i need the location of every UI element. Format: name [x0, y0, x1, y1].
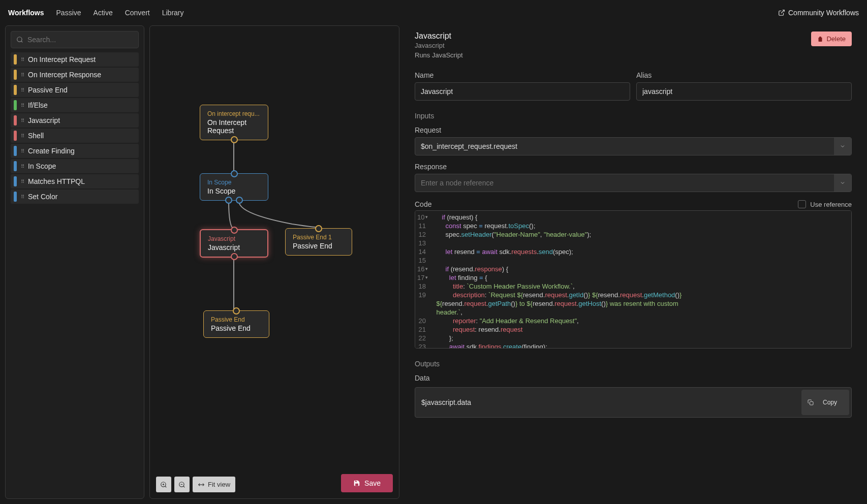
tab-library[interactable]: Library	[162, 6, 184, 20]
name-label: Name	[415, 71, 630, 79]
palette-item[interactable]: ⠿Matches HTTPQL	[11, 174, 139, 188]
copy-icon	[808, 399, 814, 405]
use-reference-checkbox[interactable]: Use reference	[798, 200, 852, 208]
response-label: Response	[415, 163, 852, 171]
palette-item[interactable]: ⠿Create Finding	[11, 144, 139, 158]
grip-icon: ⠿	[21, 164, 24, 169]
output-port-true[interactable]	[225, 197, 232, 204]
tab-convert[interactable]: Convert	[125, 6, 150, 20]
request-input[interactable]	[415, 138, 834, 155]
node-javascript[interactable]: Javascript Javascript	[200, 229, 268, 258]
top-tabs: WorkflowsPassiveActiveConvertLibrary	[8, 6, 184, 20]
grip-icon: ⠿	[21, 118, 24, 123]
input-port[interactable]	[233, 307, 240, 314]
detail-title: Javascript	[415, 32, 463, 41]
zoom-in-button[interactable]	[156, 477, 171, 492]
code-editor[interactable]: 10▾11 12 13 14 15 16▾17▾18 19 20 21 22 2…	[415, 210, 852, 349]
zoom-out-button[interactable]	[174, 477, 190, 492]
checkbox-box[interactable]	[798, 200, 806, 208]
grip-icon: ⠿	[21, 179, 24, 184]
response-dropdown[interactable]	[415, 174, 852, 192]
svg-point-1	[17, 37, 22, 42]
search-box[interactable]	[11, 31, 139, 48]
palette-item[interactable]: ⠿On Intercept Request	[11, 52, 139, 67]
trash-icon	[817, 36, 823, 42]
tab-active[interactable]: Active	[94, 6, 113, 20]
fit-view-button[interactable]: Fit view	[193, 477, 235, 492]
input-port[interactable]	[231, 227, 238, 234]
svg-rect-11	[810, 402, 813, 405]
palette-item[interactable]: ⠿In Scope	[11, 159, 139, 173]
copy-button[interactable]: Copy	[801, 390, 849, 415]
grip-icon: ⠿	[21, 57, 24, 62]
search-icon	[16, 36, 23, 43]
input-port[interactable]	[315, 225, 322, 232]
svg-line-8	[183, 486, 185, 487]
topbar: WorkflowsPassiveActiveConvertLibrary Com…	[0, 0, 867, 25]
chevron-down-icon	[840, 143, 846, 149]
node-passive-end[interactable]: Passive End Passive End	[203, 310, 269, 338]
tab-workflows[interactable]: Workflows	[8, 6, 44, 20]
delete-button[interactable]: Delete	[811, 32, 852, 46]
outputs-section-label: Outputs	[415, 360, 852, 368]
request-dropdown[interactable]	[415, 137, 852, 155]
grip-icon: ⠿	[21, 72, 24, 78]
data-output-row: $javascript.data Copy	[415, 387, 852, 418]
grip-icon: ⠿	[21, 87, 24, 93]
community-workflows-link[interactable]: Community Workflows	[778, 9, 859, 17]
response-dropdown-toggle[interactable]	[834, 174, 851, 192]
alias-input[interactable]	[636, 82, 852, 101]
data-label: Data	[415, 374, 852, 382]
save-icon	[353, 480, 360, 487]
name-input[interactable]	[415, 82, 630, 101]
workflow-canvas[interactable]: On intercept requ... On Intercept Reques…	[149, 25, 399, 499]
svg-line-4	[165, 486, 167, 487]
zoom-in-icon	[160, 481, 167, 488]
fit-icon	[198, 481, 205, 488]
output-port[interactable]	[231, 253, 238, 260]
node-passive-end-1[interactable]: Passive End 1 Passive End	[285, 228, 352, 256]
palette-item[interactable]: ⠿Shell	[11, 129, 139, 143]
palette-item[interactable]: ⠿Passive End	[11, 83, 139, 97]
node-on-intercept-request[interactable]: On intercept requ... On Intercept Reques…	[200, 105, 268, 140]
node-in-scope[interactable]: In Scope In Scope	[200, 173, 268, 201]
request-label: Request	[415, 126, 852, 134]
input-port[interactable]	[231, 170, 238, 177]
detail-panel: Javascript Javascript Runs JavaScript De…	[405, 25, 862, 499]
output-port-false[interactable]	[236, 197, 243, 204]
inputs-section-label: Inputs	[415, 112, 852, 120]
external-link-icon	[778, 9, 785, 16]
svg-line-2	[21, 41, 23, 43]
output-port[interactable]	[231, 136, 238, 143]
response-input[interactable]	[415, 174, 834, 192]
palette-item[interactable]: ⠿On Intercept Response	[11, 68, 139, 82]
code-label: Code	[415, 200, 431, 208]
search-input[interactable]	[27, 36, 133, 44]
tab-passive[interactable]: Passive	[56, 6, 81, 20]
save-button[interactable]: Save	[341, 474, 393, 492]
palette-item[interactable]: ⠿Javascript	[11, 113, 139, 128]
grip-icon: ⠿	[21, 133, 24, 139]
node-palette: ⠿On Intercept Request⠿On Intercept Respo…	[5, 25, 144, 499]
zoom-out-icon	[178, 481, 185, 488]
svg-line-0	[781, 10, 784, 13]
grip-icon: ⠿	[21, 194, 24, 200]
detail-description: Runs JavaScript	[415, 51, 463, 59]
detail-subtitle: Javascript	[415, 42, 463, 49]
chevron-down-icon	[840, 180, 846, 186]
grip-icon: ⠿	[21, 103, 24, 108]
palette-item[interactable]: ⠿If/Else	[11, 98, 139, 112]
request-dropdown-toggle[interactable]	[834, 138, 851, 155]
grip-icon: ⠿	[21, 148, 24, 154]
alias-label: Alias	[636, 71, 852, 79]
data-value: $javascript.data	[415, 393, 799, 412]
palette-item[interactable]: ⠿Set Color	[11, 190, 139, 204]
community-label: Community Workflows	[788, 9, 859, 17]
